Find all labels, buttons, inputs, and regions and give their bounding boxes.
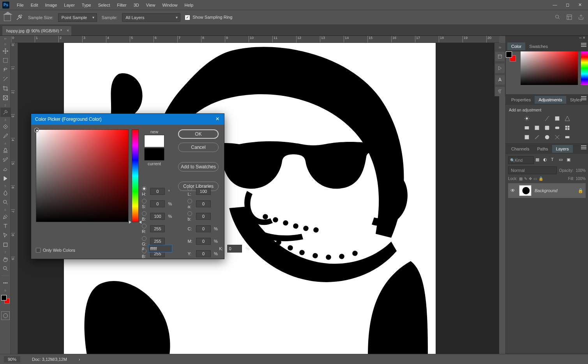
brush-tool[interactable] <box>0 131 11 141</box>
bw-icon[interactable] <box>533 125 540 131</box>
menu-filter[interactable]: Filter <box>113 1 130 9</box>
home-icon[interactable] <box>4 14 11 21</box>
lock-all-icon[interactable]: 🔒 <box>539 177 543 181</box>
path-select-tool[interactable] <box>0 231 11 240</box>
menu-select[interactable]: Select <box>95 1 114 9</box>
s-radio[interactable] <box>142 199 147 203</box>
menu-image[interactable]: Image <box>42 1 61 9</box>
opacity-value[interactable]: 100% <box>576 168 586 173</box>
search-icon[interactable] <box>554 14 561 21</box>
filter-adjust-icon[interactable]: ◐ <box>543 157 549 163</box>
blend-mode-dropdown[interactable]: Normal <box>508 166 557 174</box>
menu-layer[interactable]: Layer <box>60 1 78 9</box>
layer-name[interactable]: Background <box>535 188 558 193</box>
fg-bg-color[interactable] <box>0 294 11 304</box>
photo-filter-icon[interactable] <box>544 125 551 131</box>
lock-trans-icon[interactable]: ▦ <box>519 177 523 181</box>
lock-pos-icon[interactable]: ✥ <box>529 177 532 181</box>
filter-pixel-icon[interactable]: ▦ <box>535 157 542 163</box>
hand-tool[interactable] <box>0 254 11 264</box>
minimize-icon[interactable]: — <box>552 2 558 7</box>
tab-swatches[interactable]: Swatches <box>525 42 552 50</box>
l-radio[interactable] <box>187 186 192 191</box>
h-radio[interactable] <box>142 186 147 191</box>
character-panel-icon[interactable] <box>495 75 505 85</box>
gradient-map-icon[interactable] <box>564 134 571 140</box>
tab-color[interactable]: Color <box>507 42 525 50</box>
quickmask-toggle[interactable] <box>1 311 10 320</box>
selective-color-icon[interactable] <box>554 134 561 140</box>
tab-paths[interactable]: Paths <box>533 145 552 153</box>
panel-menu-icon[interactable] <box>581 44 586 45</box>
tab-properties[interactable]: Properties <box>507 96 535 104</box>
magic-wand-tool[interactable] <box>0 74 11 84</box>
hue-icon[interactable] <box>523 125 530 131</box>
menu-file[interactable]: File <box>13 1 27 9</box>
actions-panel-icon[interactable] <box>495 64 505 73</box>
filter-shape-icon[interactable]: ▭ <box>559 157 565 163</box>
b-radio[interactable] <box>142 211 147 216</box>
new-color-swatch[interactable] <box>144 135 164 147</box>
menu-window[interactable]: Window <box>159 1 181 9</box>
levels-icon[interactable] <box>533 115 540 122</box>
color-lookup-icon[interactable] <box>564 125 571 131</box>
menu-type[interactable]: Type <box>78 1 95 9</box>
lock-paint-icon[interactable]: ✎ <box>524 177 527 181</box>
history-panel-icon[interactable] <box>495 52 505 61</box>
hex-input[interactable] <box>148 245 172 253</box>
paragraph-panel-icon[interactable] <box>495 87 505 96</box>
filter-smart-icon[interactable]: ▣ <box>567 157 573 163</box>
hue-slider[interactable] <box>132 129 139 222</box>
dialog-close-icon[interactable]: ✕ <box>214 115 221 122</box>
current-tool-icon[interactable] <box>16 13 23 22</box>
sv-field[interactable] <box>36 129 129 222</box>
vibrance-icon[interactable] <box>564 115 571 122</box>
posterize-icon[interactable] <box>533 134 540 140</box>
gradient-tool[interactable] <box>0 174 11 183</box>
color-field[interactable] <box>521 51 578 85</box>
brightness-icon[interactable] <box>523 115 530 122</box>
eyedropper-tool[interactable] <box>0 108 11 117</box>
dialog-titlebar[interactable]: Color Picker (Foreground Color) ✕ <box>31 114 224 125</box>
exposure-icon[interactable] <box>554 115 561 122</box>
history-brush-tool[interactable] <box>0 155 11 164</box>
layer-row[interactable]: 👁 Background 🔒 <box>508 183 586 198</box>
blur-tool[interactable] <box>0 188 11 198</box>
a-input[interactable] <box>196 200 211 207</box>
fill-value[interactable]: 100% <box>576 177 586 181</box>
healing-tool[interactable] <box>0 122 11 131</box>
h-input[interactable] <box>150 188 165 195</box>
show-sampling-ring[interactable]: ✓ Show Sampling Ring <box>185 15 232 20</box>
expand-dock-icon[interactable]: ›› <box>499 45 501 49</box>
channel-mixer-icon[interactable] <box>554 125 561 131</box>
filter-type-icon[interactable]: T <box>551 157 557 163</box>
invert-icon[interactable] <box>523 134 530 140</box>
pen-tool[interactable] <box>0 212 11 221</box>
tab-adjustments[interactable]: Adjustments <box>535 96 566 104</box>
maximize-icon[interactable]: ◻ <box>565 2 570 7</box>
doc-size[interactable]: Doc: 3,12M/3,12M <box>32 357 67 362</box>
lasso-tool[interactable] <box>0 65 11 74</box>
panel-menu-icon[interactable] <box>581 147 586 148</box>
zoom-tool[interactable] <box>0 264 11 273</box>
dodge-tool[interactable] <box>0 198 11 207</box>
menu-3d[interactable]: 3D <box>130 1 143 9</box>
g-radio[interactable] <box>142 236 147 241</box>
move-tool[interactable] <box>0 46 11 56</box>
r-input[interactable] <box>150 225 165 232</box>
r-radio[interactable] <box>142 224 147 228</box>
frame-tool[interactable] <box>0 93 11 102</box>
menu-view[interactable]: View <box>143 1 159 9</box>
s-input[interactable] <box>150 200 165 207</box>
b2-radio[interactable] <box>187 211 192 216</box>
curves-icon[interactable] <box>544 115 551 122</box>
sample-dropdown[interactable]: All Layers <box>122 13 180 22</box>
close-tab-icon[interactable]: × <box>67 28 69 33</box>
close-icon[interactable]: ✕ <box>577 2 583 7</box>
shape-tool[interactable] <box>0 240 11 249</box>
color-fgbg[interactable] <box>506 51 516 62</box>
b2-input[interactable] <box>196 213 211 220</box>
add-to-swatches-button[interactable]: Add to Swatches <box>178 162 219 171</box>
collapse-dock-icon[interactable]: ‹‹ ✕ <box>506 36 588 41</box>
m-input[interactable] <box>196 238 211 245</box>
